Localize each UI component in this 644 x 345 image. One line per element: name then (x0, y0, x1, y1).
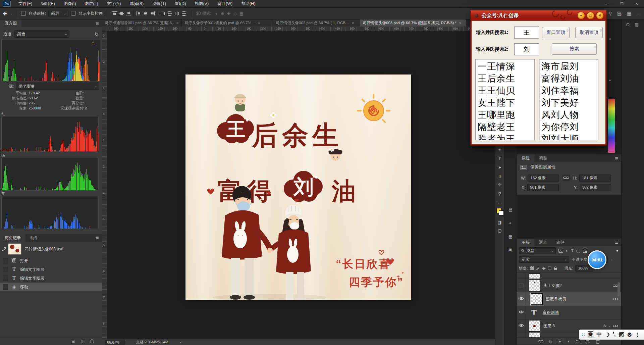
lock-position-icon[interactable]: ✚ (542, 266, 545, 271)
link-dimensions-icon[interactable] (562, 175, 570, 182)
maximize-icon[interactable]: ❐ (614, 0, 629, 7)
tab-histogram[interactable]: 直方图 (0, 19, 21, 27)
history-source-well[interactable] (3, 258, 8, 263)
x-field[interactable]: 581 像素 (527, 184, 559, 191)
chevron-down-icon[interactable]: ⌄ (608, 324, 611, 328)
width-field[interactable]: 152 像素 (528, 175, 559, 182)
search-button[interactable]: 搜索 ʚ (552, 43, 597, 55)
surname1-input[interactable]: 王 (514, 27, 539, 39)
history-state-编辑文字图层[interactable]: T编辑文字图层 (0, 274, 102, 283)
layer-visibility-well[interactable] (517, 319, 526, 333)
panel-option-icon[interactable]: ▤ (635, 22, 639, 27)
eye-icon[interactable] (519, 310, 524, 315)
lock-pixels-icon[interactable] (536, 266, 540, 270)
layer-thumbnail[interactable] (531, 293, 542, 305)
dialog-close-icon[interactable]: ✕ (596, 12, 604, 19)
tab-properties[interactable]: 属性 (517, 154, 534, 162)
chevron-down-icon[interactable]: ⌄ (637, 12, 639, 15)
panel-menu-icon[interactable]: ≣ (615, 240, 619, 244)
height-field[interactable]: 181 像素 (579, 175, 611, 182)
align-right-icon[interactable] (151, 11, 155, 15)
surname-list-item[interactable]: 刘刘大顺 (541, 133, 596, 140)
menu-item[interactable]: 视图(V) (190, 0, 213, 7)
ime-moon-icon[interactable]: ☽ (605, 332, 609, 338)
layer-style-icon[interactable]: fx (549, 339, 552, 343)
layer-thumbnail[interactable] (529, 320, 540, 332)
align-top-icon[interactable] (112, 11, 117, 15)
dialog-maximize-icon[interactable]: □ (587, 12, 594, 19)
eye-icon[interactable] (519, 324, 524, 328)
surname-list-item[interactable]: 风刘人物 (541, 109, 596, 121)
filter-type-text-icon[interactable]: T (571, 248, 573, 253)
layer-row-头上女孩2[interactable]: 头上女孩2 (517, 279, 621, 293)
add-mask-icon[interactable] (558, 340, 562, 343)
layer-thumbnail[interactable] (529, 333, 540, 338)
history-state-打开[interactable]: 打开 (0, 256, 102, 265)
filter-pixel-icon[interactable] (558, 249, 563, 253)
delete-layer-icon[interactable] (596, 339, 600, 344)
tab-layers[interactable]: 图层 (517, 239, 534, 246)
menu-item[interactable]: 图层(L) (80, 0, 102, 7)
surname-list-item[interactable]: 富得刘油 (541, 72, 596, 85)
menu-item[interactable]: 帮助(H) (237, 0, 260, 7)
auto-select-checkbox[interactable] (21, 11, 26, 16)
layer-name[interactable]: 富得刘油 (543, 310, 559, 315)
collapsed-panel-icon[interactable]: ▤ (504, 207, 517, 212)
history-source-well[interactable] (3, 267, 8, 272)
quick-mask-icon[interactable]: ◨ (495, 220, 504, 225)
lock-transparency-icon[interactable] (530, 266, 534, 270)
tab-close-icon[interactable]: × (459, 21, 462, 26)
align-left-icon[interactable] (137, 11, 141, 15)
ime-settings-icon[interactable]: ⚙ (627, 332, 632, 338)
lock-all-icon[interactable] (554, 266, 557, 270)
empty-visibility-well[interactable] (519, 283, 524, 288)
menu-item[interactable]: 文字(Y) (103, 0, 125, 7)
minimize-icon[interactable]: ─ (600, 0, 614, 7)
canvas[interactable]: 王 后余生 富得 (185, 75, 411, 300)
menu-item[interactable]: 图像(I) (59, 0, 80, 7)
show-transform-checkbox[interactable] (71, 11, 76, 16)
search-icon[interactable]: ⚲ (608, 11, 612, 16)
surname-list-item[interactable]: 隔壁老王 (478, 121, 532, 133)
align-ch-icon[interactable] (144, 11, 148, 15)
auto-select-target-dropdown[interactable]: 图层 ⌄ (48, 10, 68, 17)
filter-type-dropdown[interactable]: 类型 ⌄ (519, 247, 556, 254)
shape-tool-icon[interactable]: ▯ (495, 174, 504, 179)
lock-artboard-icon[interactable] (548, 266, 551, 270)
ime-pinyin-icon[interactable]: 拼 (588, 331, 593, 338)
history-state-移动[interactable]: ✚移动 (0, 283, 102, 291)
surname-list-item[interactable]: 女王陛下 (478, 97, 532, 109)
screen-mode-icon[interactable]: ▢ (495, 228, 504, 233)
layer-name[interactable]: 头上女孩2 (543, 283, 562, 289)
source-dropdown[interactable]: 整个图像 ⌄ (16, 83, 99, 90)
pen-tool-icon[interactable]: ✒ (495, 148, 504, 152)
menu-item[interactable]: 编辑(E) (37, 0, 59, 7)
filter-adjustment-icon[interactable]: ◐ (566, 249, 568, 253)
vertical-ruler[interactable]: 321012345678 (102, 31, 107, 339)
filter-smartobject-icon[interactable] (583, 249, 587, 253)
tab-close-icon[interactable]: × (176, 21, 179, 26)
y-field[interactable]: 382 像素 (580, 184, 611, 191)
new-doc-from-state-icon[interactable]: ▣ (71, 339, 75, 343)
align-d2-icon[interactable] (168, 11, 172, 15)
menu-item[interactable]: 滤镜(T) (148, 0, 170, 7)
menu-item[interactable]: 3D(D) (170, 0, 190, 7)
document-tab[interactable]: 司泞情侣头像003.psd @ 66.7% (图层 5 拷贝, RGB/8) *… (360, 19, 466, 27)
layer-visibility-well[interactable] (517, 279, 526, 292)
document-tab[interactable]: 司泞情侣头像002.psd @ 66.7% ( 1, RGB...× (273, 19, 360, 27)
document-tab[interactable]: 司泞头像亲子001-恢复的.psd @ 66.7% ...× (182, 19, 273, 27)
history-brush-icon[interactable] (1, 246, 7, 252)
document-tab[interactable]: 司泞卡通谐音001.psd @ 66.7% (图层 6,...× (102, 19, 182, 27)
surname-list-item[interactable]: 胜者为王 (478, 133, 532, 140)
surname-list-item[interactable]: 王哪里跑 (478, 109, 532, 121)
panel-menu-icon[interactable]: ≣ (96, 236, 99, 240)
new-adjustment-icon[interactable]: ◐ (568, 339, 570, 343)
layer-visibility-well[interactable] (517, 306, 526, 319)
pin-window-button[interactable]: 窗口置顶 ʚ (542, 27, 570, 38)
tab-channels[interactable]: 通道 (534, 239, 552, 246)
surname-list-item[interactable]: 刘下美好 (541, 97, 596, 109)
layer-row-图层 5 拷贝[interactable]: ↓图层 5 拷贝 (517, 292, 621, 306)
layer-thumbnail[interactable] (529, 274, 540, 279)
tab-actions[interactable]: 动作 (25, 234, 43, 242)
collapsed-panel-icon[interactable]: ▦ (504, 234, 517, 239)
